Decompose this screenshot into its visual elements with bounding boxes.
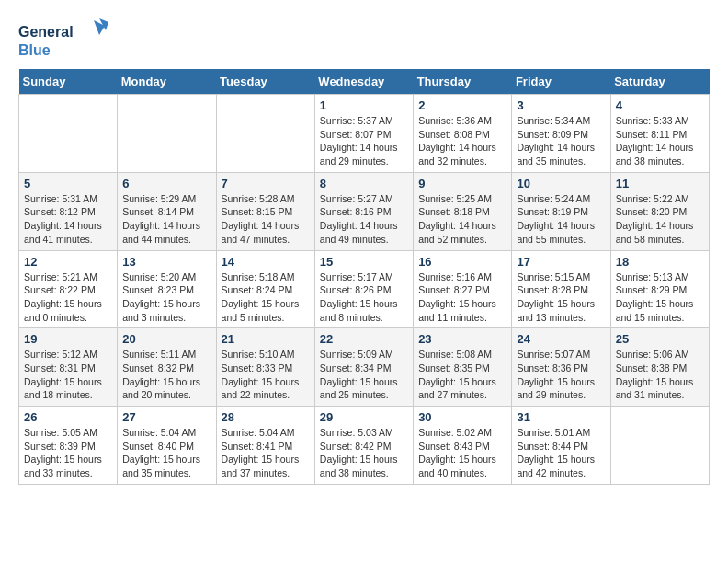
day-info: Sunrise: 5:01 AM Sunset: 8:44 PM Dayligh…: [517, 426, 605, 480]
day-number: 13: [122, 255, 210, 269]
day-info: Sunrise: 5:09 AM Sunset: 8:34 PM Dayligh…: [320, 348, 408, 402]
week-row-4: 19Sunrise: 5:12 AM Sunset: 8:31 PM Dayli…: [19, 328, 710, 407]
page-header: General Blue: [18, 18, 710, 60]
day-info: Sunrise: 5:17 AM Sunset: 8:26 PM Dayligh…: [320, 270, 408, 325]
day-number: 5: [24, 177, 112, 190]
day-info: Sunrise: 5:31 AM Sunset: 8:12 PM Dayligh…: [24, 192, 112, 247]
calendar-cell: 5Sunrise: 5:31 AM Sunset: 8:12 PM Daylig…: [19, 172, 118, 250]
day-info: Sunrise: 5:36 AM Sunset: 8:08 PM Dayligh…: [418, 114, 506, 168]
calendar-cell: 28Sunrise: 5:04 AM Sunset: 8:41 PM Dayli…: [216, 407, 314, 485]
calendar-cell: 27Sunrise: 5:04 AM Sunset: 8:40 PM Dayli…: [118, 407, 216, 485]
day-info: Sunrise: 5:02 AM Sunset: 8:43 PM Dayligh…: [418, 426, 506, 480]
day-info: Sunrise: 5:12 AM Sunset: 8:31 PM Dayligh…: [24, 348, 112, 402]
week-row-2: 5Sunrise: 5:31 AM Sunset: 8:12 PM Daylig…: [19, 172, 710, 250]
header-wednesday: Wednesday: [314, 69, 413, 95]
calendar-cell: 16Sunrise: 5:16 AM Sunset: 8:27 PM Dayli…: [414, 250, 512, 328]
day-number: 18: [616, 255, 704, 269]
day-info: Sunrise: 5:28 AM Sunset: 8:15 PM Dayligh…: [222, 192, 310, 247]
day-info: Sunrise: 5:22 AM Sunset: 8:20 PM Dayligh…: [616, 192, 704, 247]
day-info: Sunrise: 5:11 AM Sunset: 8:32 PM Dayligh…: [122, 348, 210, 402]
day-number: 14: [222, 255, 310, 269]
day-number: 22: [320, 332, 408, 346]
day-number: 31: [517, 410, 605, 424]
logo-svg: General Blue: [18, 18, 110, 60]
calendar-cell: 24Sunrise: 5:07 AM Sunset: 8:36 PM Dayli…: [512, 328, 610, 407]
calendar-cell: 12Sunrise: 5:21 AM Sunset: 8:22 PM Dayli…: [19, 250, 118, 328]
header-sunday: Sunday: [19, 69, 118, 95]
day-info: Sunrise: 5:15 AM Sunset: 8:28 PM Dayligh…: [517, 270, 605, 325]
logo: General Blue: [18, 18, 110, 60]
day-info: Sunrise: 5:29 AM Sunset: 8:14 PM Dayligh…: [122, 192, 210, 247]
day-info: Sunrise: 5:25 AM Sunset: 8:18 PM Dayligh…: [418, 192, 506, 247]
day-number: 10: [517, 177, 605, 190]
day-number: 2: [418, 98, 506, 112]
day-info: Sunrise: 5:07 AM Sunset: 8:36 PM Dayligh…: [517, 348, 605, 402]
day-number: 24: [517, 332, 605, 346]
calendar-cell: [118, 95, 216, 173]
calendar-cell: 17Sunrise: 5:15 AM Sunset: 8:28 PM Dayli…: [512, 250, 610, 328]
calendar-cell: 11Sunrise: 5:22 AM Sunset: 8:20 PM Dayli…: [610, 172, 709, 250]
svg-text:Blue: Blue: [18, 42, 51, 58]
calendar-cell: 6Sunrise: 5:29 AM Sunset: 8:14 PM Daylig…: [118, 172, 216, 250]
day-number: 28: [222, 410, 310, 424]
calendar-cell: 25Sunrise: 5:06 AM Sunset: 8:38 PM Dayli…: [610, 328, 709, 407]
calendar-cell: 31Sunrise: 5:01 AM Sunset: 8:44 PM Dayli…: [512, 407, 610, 485]
header-saturday: Saturday: [610, 69, 709, 95]
day-number: 4: [616, 98, 704, 112]
day-info: Sunrise: 5:33 AM Sunset: 8:11 PM Dayligh…: [616, 114, 704, 168]
day-number: 3: [517, 98, 605, 112]
calendar-cell: 21Sunrise: 5:10 AM Sunset: 8:33 PM Dayli…: [216, 328, 314, 407]
calendar-cell: 2Sunrise: 5:36 AM Sunset: 8:08 PM Daylig…: [414, 95, 512, 173]
day-number: 16: [418, 255, 506, 269]
day-info: Sunrise: 5:37 AM Sunset: 8:07 PM Dayligh…: [320, 114, 408, 168]
calendar-cell: [216, 95, 314, 173]
day-number: 25: [616, 332, 704, 346]
calendar-cell: 8Sunrise: 5:27 AM Sunset: 8:16 PM Daylig…: [314, 172, 413, 250]
day-number: 12: [24, 255, 112, 269]
day-info: Sunrise: 5:06 AM Sunset: 8:38 PM Dayligh…: [616, 348, 704, 402]
calendar-cell: [19, 95, 118, 173]
calendar-cell: [610, 407, 709, 485]
calendar-cell: 3Sunrise: 5:34 AM Sunset: 8:09 PM Daylig…: [512, 95, 610, 173]
day-number: 23: [418, 332, 506, 346]
header-friday: Friday: [512, 69, 610, 95]
day-info: Sunrise: 5:20 AM Sunset: 8:23 PM Dayligh…: [122, 270, 210, 325]
day-info: Sunrise: 5:27 AM Sunset: 8:16 PM Dayligh…: [320, 192, 408, 247]
header-thursday: Thursday: [414, 69, 512, 95]
week-row-1: 1Sunrise: 5:37 AM Sunset: 8:07 PM Daylig…: [19, 95, 710, 173]
day-info: Sunrise: 5:13 AM Sunset: 8:29 PM Dayligh…: [616, 270, 704, 325]
day-number: 17: [517, 255, 605, 269]
day-info: Sunrise: 5:16 AM Sunset: 8:27 PM Dayligh…: [418, 270, 506, 325]
calendar-cell: 19Sunrise: 5:12 AM Sunset: 8:31 PM Dayli…: [19, 328, 118, 407]
day-number: 15: [320, 255, 408, 269]
day-number: 11: [616, 177, 704, 190]
day-info: Sunrise: 5:05 AM Sunset: 8:39 PM Dayligh…: [24, 426, 112, 480]
header-monday: Monday: [118, 69, 216, 95]
calendar-cell: 13Sunrise: 5:20 AM Sunset: 8:23 PM Dayli…: [118, 250, 216, 328]
day-info: Sunrise: 5:21 AM Sunset: 8:22 PM Dayligh…: [24, 270, 112, 325]
day-number: 30: [418, 410, 506, 424]
day-info: Sunrise: 5:03 AM Sunset: 8:42 PM Dayligh…: [320, 426, 408, 480]
calendar-cell: 4Sunrise: 5:33 AM Sunset: 8:11 PM Daylig…: [610, 95, 709, 173]
day-number: 7: [222, 177, 310, 190]
calendar-cell: 22Sunrise: 5:09 AM Sunset: 8:34 PM Dayli…: [314, 328, 413, 407]
header-tuesday: Tuesday: [216, 69, 314, 95]
calendar-cell: 15Sunrise: 5:17 AM Sunset: 8:26 PM Dayli…: [314, 250, 413, 328]
calendar-cell: 20Sunrise: 5:11 AM Sunset: 8:32 PM Dayli…: [118, 328, 216, 407]
svg-text:General: General: [18, 24, 74, 40]
day-number: 26: [24, 410, 112, 424]
day-info: Sunrise: 5:08 AM Sunset: 8:35 PM Dayligh…: [418, 348, 506, 402]
calendar-cell: 7Sunrise: 5:28 AM Sunset: 8:15 PM Daylig…: [216, 172, 314, 250]
calendar-header-row: SundayMondayTuesdayWednesdayThursdayFrid…: [19, 69, 710, 95]
calendar-table: SundayMondayTuesdayWednesdayThursdayFrid…: [18, 69, 710, 485]
day-info: Sunrise: 5:04 AM Sunset: 8:40 PM Dayligh…: [122, 426, 210, 480]
day-number: 21: [222, 332, 310, 346]
day-info: Sunrise: 5:34 AM Sunset: 8:09 PM Dayligh…: [517, 114, 605, 168]
calendar-cell: 30Sunrise: 5:02 AM Sunset: 8:43 PM Dayli…: [414, 407, 512, 485]
calendar-cell: 26Sunrise: 5:05 AM Sunset: 8:39 PM Dayli…: [19, 407, 118, 485]
week-row-5: 26Sunrise: 5:05 AM Sunset: 8:39 PM Dayli…: [19, 407, 710, 485]
day-number: 9: [418, 177, 506, 190]
day-number: 27: [122, 410, 210, 424]
calendar-cell: 9Sunrise: 5:25 AM Sunset: 8:18 PM Daylig…: [414, 172, 512, 250]
calendar-cell: 10Sunrise: 5:24 AM Sunset: 8:19 PM Dayli…: [512, 172, 610, 250]
